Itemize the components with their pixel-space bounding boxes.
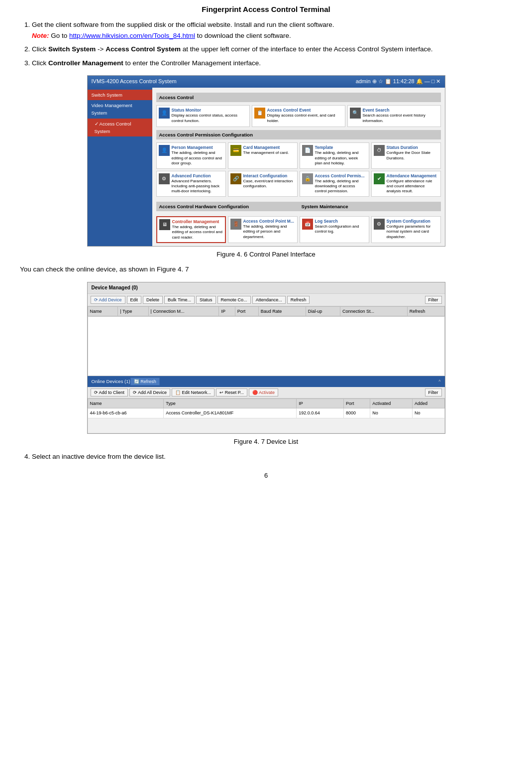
- online-col-ip: IP: [297, 398, 344, 408]
- online-col-port: Port: [343, 398, 370, 408]
- add-device-button[interactable]: ⟳ Add Device: [91, 296, 125, 304]
- online-devices-label: Online Devices (1): [92, 378, 130, 385]
- ac-permits-desc: The adding, deleting and downloading of …: [315, 179, 367, 194]
- person-mgmt-desc: The adding, deleting and editing of acce…: [172, 150, 223, 166]
- permission-grid: 👤 Person Management The adding, deleting…: [156, 142, 441, 196]
- status-monitor-icon: 👤: [159, 108, 170, 119]
- ivms-main: Access Control 👤 Status Monitor Display …: [152, 88, 445, 246]
- status-duration-title: Status Duration: [387, 145, 438, 150]
- sidebar-vms[interactable]: Video Management System: [88, 100, 152, 118]
- sidebar-switch-system[interactable]: Switch System: [88, 90, 152, 100]
- delete-button[interactable]: Delete: [143, 296, 163, 304]
- col-connst: Connection St...: [340, 306, 407, 316]
- ivms-title: IVMS-4200 Access Control System: [92, 77, 177, 86]
- col-connection: | Connection M...: [148, 306, 219, 316]
- event-search-icon: 🔍: [350, 108, 361, 119]
- device-port: 8000: [343, 408, 370, 418]
- step-1: Get the client software from the supplie…: [32, 19, 512, 41]
- card-advanced-func[interactable]: ⚙ Advanced Function Advanced Parameters.…: [156, 171, 226, 197]
- step2-bold2: Access Control System: [106, 45, 181, 53]
- col-type: | Type: [118, 306, 148, 316]
- figure-47-container: Device Managed (0) ⟳ Add Device Edit Del…: [20, 282, 512, 434]
- refresh-button[interactable]: Refresh: [287, 296, 310, 304]
- card-controller-mgmt[interactable]: 🖥 Controller Management The adding, dele…: [156, 216, 226, 243]
- interact-config-title: Interact Configuration: [243, 173, 295, 179]
- ivms-window: IVMS-4200 Access Control System admin ⊕ …: [87, 75, 445, 247]
- card-attendance-mgmt[interactable]: ✔ Attendance Management Configure attend…: [371, 171, 441, 197]
- person-mgmt-icon: 👤: [159, 145, 170, 156]
- card-event-search[interactable]: 🔍 Event Search Search access control eve…: [347, 105, 441, 127]
- card-mgmt-desc: The management of card.: [243, 150, 289, 155]
- device-window: Device Managed (0) ⟳ Add Device Edit Del…: [87, 282, 445, 434]
- log-search-desc: Search configuration and control log.: [315, 224, 367, 235]
- device-added: No: [413, 408, 444, 418]
- online-col-name: Name: [88, 398, 164, 408]
- card-status-monitor[interactable]: 👤 Status Monitor Display access control …: [156, 105, 250, 127]
- col-baud: Baud Rate: [258, 306, 306, 316]
- sys-config-desc: Configure parameters for normal system a…: [387, 224, 438, 240]
- section-sys-maintenance: System Maintenance: [299, 202, 441, 211]
- advanced-func-icon: ⚙: [159, 173, 170, 184]
- hikvision-link[interactable]: http://www.hikvision.com/en/Tools_84.htm…: [69, 32, 195, 39]
- col-ip: IP: [219, 306, 235, 316]
- advanced-func-desc: Advanced Parameters. Including anti-pass…: [172, 179, 223, 194]
- add-all-device-button[interactable]: ⟳ Add All Device: [129, 389, 170, 396]
- add-to-client-button[interactable]: ⟳ Add to Client: [91, 389, 128, 396]
- activate-button[interactable]: 🔴 Activate: [249, 389, 278, 396]
- card-interact-config[interactable]: 🔗 Interact Configuration Case, event/car…: [228, 171, 298, 197]
- status-duration-icon: ⏱: [374, 145, 385, 156]
- ac-point-desc: The adding, deleting and editing of pers…: [243, 224, 295, 240]
- card-log-search[interactable]: 📅 Log Search Search configuration and co…: [300, 216, 369, 243]
- card-mgmt-title: Card Management: [243, 145, 289, 150]
- bulk-time-button[interactable]: Bulk Time...: [164, 296, 195, 304]
- event-search-desc: Search access control event history info…: [363, 113, 438, 124]
- status-button[interactable]: Status: [196, 296, 216, 304]
- reset-p-button[interactable]: ↩ Reset P...: [216, 389, 247, 396]
- ac-point-title: Access Control Point M...: [243, 219, 295, 224]
- edit-button[interactable]: Edit: [127, 296, 142, 304]
- card-template[interactable]: 📄 Template The adding, deleting and edit…: [300, 142, 369, 168]
- device-ip: 192.0.0.64: [297, 408, 344, 418]
- col-name: Name: [88, 306, 118, 316]
- card-ac-point[interactable]: 🚪 Access Control Point M... The adding, …: [228, 216, 298, 243]
- card-card-mgmt[interactable]: 💳 Card Management The management of card…: [228, 142, 298, 168]
- online-filter-button[interactable]: Filter: [425, 389, 442, 396]
- device-activated: No: [370, 408, 413, 418]
- step-2: Click Switch System -> Access Control Sy…: [32, 44, 512, 55]
- online-table: Name Type IP Port Activated Added 44-19-…: [88, 398, 445, 433]
- attendance-button[interactable]: Attendance...: [252, 296, 286, 304]
- edit-network-button[interactable]: 📋 Edit Network...: [172, 389, 214, 396]
- ac-point-icon: 🚪: [230, 219, 241, 230]
- access-event-desc: Display access control event, and card h…: [267, 113, 343, 124]
- status-monitor-desc: Display access control status, access co…: [172, 113, 247, 124]
- card-access-event[interactable]: 📋 Access Control Event Display access co…: [252, 105, 345, 127]
- controller-mgmt-icon: 🖥: [159, 219, 170, 230]
- ac-permits-icon: 🔒: [302, 173, 313, 184]
- status-monitor-title: Status Monitor: [172, 108, 247, 113]
- card-mgmt-icon: 💳: [230, 145, 241, 156]
- remote-co-button[interactable]: Remote Co...: [217, 296, 251, 304]
- event-search-title: Event Search: [363, 108, 438, 113]
- step4-intro-text: You can check the online device, as show…: [20, 264, 512, 275]
- filter-button[interactable]: Filter: [425, 296, 442, 304]
- card-sys-config[interactable]: ⚙ System Configuration Configure paramet…: [371, 216, 441, 243]
- card-status-duration[interactable]: ⏱ Status Duration Configure the Door Sta…: [371, 142, 441, 168]
- card-ac-permits[interactable]: 🔒 Access Control Permis... The adding, d…: [300, 171, 369, 197]
- col-port: Port: [235, 306, 258, 316]
- empty-row: [88, 418, 444, 433]
- card-person-mgmt[interactable]: 👤 Person Management The adding, deleting…: [156, 142, 226, 168]
- figure-46-caption: Figure 4. 6 Control Panel Interface: [20, 250, 512, 260]
- online-refresh-button[interactable]: 🔄 Refresh: [130, 378, 160, 386]
- ac-permits-title: Access Control Permis...: [315, 173, 367, 179]
- device-name: 44-19-b6-c5-cb-a6: [88, 408, 164, 418]
- step-3: Click Controller Management to enter the…: [32, 58, 512, 69]
- sidebar-acs[interactable]: ✓ Access Control System: [88, 119, 152, 136]
- section-access-control: Access Control: [156, 93, 441, 102]
- ivms-titlebar: IVMS-4200 Access Control System admin ⊕ …: [88, 76, 445, 88]
- person-mgmt-title: Person Management: [172, 145, 223, 150]
- col-refresh: Refresh: [407, 306, 444, 316]
- section-permission-config: Access Control Permission Configuration: [156, 130, 441, 139]
- attendance-mgmt-icon: ✔: [374, 173, 385, 184]
- log-search-icon: 📅: [302, 219, 313, 230]
- attendance-mgmt-title: Attendance Management: [387, 173, 438, 179]
